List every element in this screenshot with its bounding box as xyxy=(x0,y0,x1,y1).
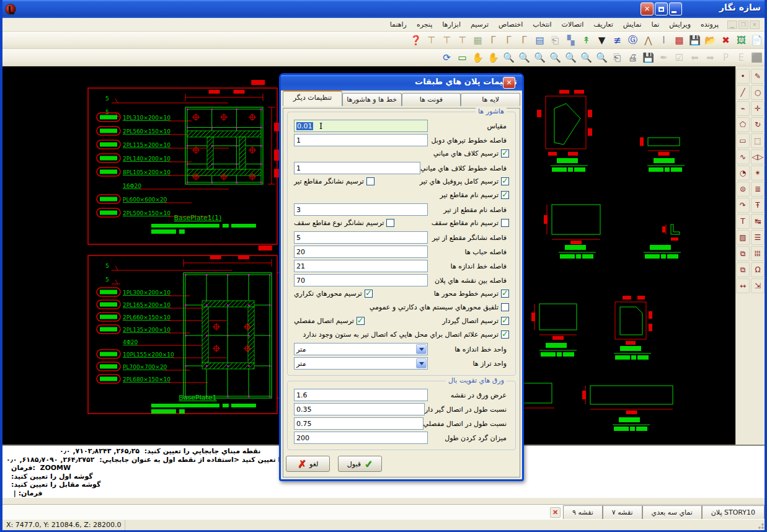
menu-item[interactable]: انتخاب xyxy=(528,19,556,30)
text-icon[interactable]: T xyxy=(736,214,750,229)
tab-layers[interactable]: لايه ها xyxy=(461,93,520,106)
mdi-restore-icon[interactable]: ❐ xyxy=(738,20,748,29)
zoom-pan-icon[interactable]: ↹ xyxy=(751,214,765,229)
pinned-length-ratio-input[interactable]: 0.75 xyxy=(294,417,423,430)
menu-item[interactable]: ابزارها xyxy=(437,19,466,30)
corner-icon[interactable]: Γ xyxy=(485,33,501,48)
building-check-icon[interactable]: ▤ xyxy=(532,33,548,48)
zoom-extents-icon[interactable]: 🔍 xyxy=(579,50,594,65)
bubble-distance-input[interactable]: 20 xyxy=(294,246,428,258)
hatch-spray-icon[interactable]: ✴ xyxy=(751,166,765,180)
palette-arrow-icon[interactable]: ▩ xyxy=(672,33,687,48)
menu-item[interactable]: نما xyxy=(647,19,665,30)
chevron-down-icon[interactable] xyxy=(416,358,427,368)
mirror-icon[interactable]: ◁▷ xyxy=(751,149,765,164)
draw-fixed-connection-checkbox[interactable] xyxy=(501,317,509,325)
star-burst-icon[interactable]: ✖ xyxy=(718,33,734,48)
tab-lines-hatches[interactable]: خط ها و هاشورها xyxy=(342,93,402,106)
merge-axes-checkbox[interactable] xyxy=(501,303,509,311)
menu-item[interactable]: ترسيم xyxy=(466,19,494,30)
spline-icon[interactable]: ∿ xyxy=(736,149,750,164)
chevron-down-icon[interactable] xyxy=(416,344,427,354)
image-export-icon[interactable]: 🖼 xyxy=(734,33,749,48)
close-button[interactable]: ✕ xyxy=(641,2,654,16)
columns-icon[interactable]: 𝍖 xyxy=(751,246,765,261)
grid-circle-icon[interactable]: Ⓖ xyxy=(625,33,641,48)
blocks-arrow-icon[interactable]: ▚ xyxy=(563,33,579,48)
draw-connection-symbols-checkbox[interactable] xyxy=(501,330,509,339)
doc-tab[interactable]: نقشه ۹ xyxy=(563,505,603,519)
draw-full-profiles-checkbox[interactable] xyxy=(501,177,509,185)
mdi-minimize-icon[interactable]: ▁ xyxy=(727,20,737,29)
menu-item[interactable]: نمايش xyxy=(618,19,647,30)
tab-fonts[interactable]: فونت ها xyxy=(402,93,461,106)
pan-hand-icon[interactable]: ✋ xyxy=(485,50,501,65)
axis-100-icon[interactable]: ≢ xyxy=(610,33,625,48)
quill-icon[interactable]: ✒ xyxy=(656,50,672,65)
print-preview-icon[interactable]: ⎗ xyxy=(610,50,625,65)
print-icon[interactable]: 🖨 xyxy=(625,50,641,65)
dialog-close-button[interactable]: ✕ xyxy=(503,77,515,89)
zoom-icon[interactable]: 🔍 xyxy=(594,50,610,65)
plate-width-input[interactable]: 1.6 xyxy=(294,389,428,401)
dim-diagonal-icon[interactable]: ⇲ xyxy=(751,278,765,293)
rectangle-icon[interactable]: ▭ xyxy=(736,133,750,148)
help-icon[interactable]: ❓ xyxy=(408,33,423,48)
line-icon[interactable]: ╱ xyxy=(736,85,750,100)
weight-icon[interactable]: ▼ xyxy=(594,33,610,48)
level-unit-select[interactable]: متر xyxy=(294,357,428,370)
plan-spacing-input[interactable]: 70 xyxy=(294,274,428,286)
maximize-button[interactable] xyxy=(655,2,668,16)
zoom-in-icon[interactable]: 🔍 xyxy=(563,50,579,65)
letter-p-icon[interactable]: P xyxy=(718,50,734,65)
beam-check-icon[interactable]: ⊤ xyxy=(439,33,454,48)
new-page-icon[interactable]: 📄 xyxy=(749,33,765,48)
polyline-icon[interactable]: ⌁ xyxy=(736,101,750,116)
marker-distance-input[interactable]: 5 xyxy=(294,231,428,244)
text-style-icon[interactable]: Ŧ xyxy=(751,198,765,213)
arrow-right-icon[interactable]: ➡ xyxy=(703,50,718,65)
truss-icon[interactable]: ⋀ xyxy=(641,33,656,48)
dimension-line-distance-input[interactable]: 21 xyxy=(294,260,428,272)
ellipse-icon[interactable]: ⊜ xyxy=(736,182,750,197)
draw-deck-type-marker-checkbox[interactable] xyxy=(386,219,394,227)
menu-item[interactable]: اختصاص xyxy=(494,19,528,30)
scroll-icon[interactable]: ⎗ xyxy=(548,33,563,48)
move-icon[interactable]: ✛ xyxy=(751,101,765,116)
letter-e-icon[interactable]: E xyxy=(734,50,749,65)
length-rounding-input[interactable]: 200 xyxy=(294,432,428,444)
dim-linear-icon[interactable]: ↔ xyxy=(736,278,750,293)
menu-item[interactable]: تعاريف xyxy=(588,19,618,30)
polygon-icon[interactable]: ⬠ xyxy=(736,117,750,132)
layers-icon[interactable]: ≣ xyxy=(751,182,765,197)
grid-plate-icon[interactable]: ▦ xyxy=(470,33,485,48)
minimize-button[interactable] xyxy=(669,2,682,16)
pin-arrow-icon[interactable]: ↟ xyxy=(579,33,594,48)
draw-middle-ties-checkbox[interactable] xyxy=(501,149,509,157)
section-name-distance-input[interactable]: 3 xyxy=(294,203,428,216)
menu-item[interactable]: اتصالات xyxy=(557,19,589,30)
fixed-length-ratio-input[interactable]: 0.35 xyxy=(294,403,425,415)
close-tab-button[interactable]: ✕ xyxy=(550,507,561,518)
refresh-icon[interactable]: ⟳ xyxy=(439,50,454,65)
beam-icon[interactable]: ⊤ xyxy=(423,33,439,48)
doc-tab[interactable]: نقشه ۷ xyxy=(603,505,642,519)
menu-item[interactable]: پرونده xyxy=(696,19,724,30)
point-icon[interactable]: • xyxy=(736,69,750,84)
zoom-realtime-icon[interactable]: 🔍 xyxy=(517,50,532,65)
cube-icon[interactable]: ⬛ xyxy=(749,50,765,65)
tie-line-gap-input[interactable]: 1 xyxy=(294,162,420,174)
draw-beam-section-names-checkbox[interactable] xyxy=(501,191,509,199)
draw-beam-section-marker-checkbox[interactable] xyxy=(366,177,375,185)
command-prompt-line[interactable]: فرمان: | xyxy=(6,489,761,498)
zoom-window-icon[interactable]: 🔍 xyxy=(532,50,548,65)
double-beam-gap-input[interactable]: 1 xyxy=(294,134,428,146)
circle-radius-icon[interactable]: ◔ xyxy=(736,166,750,180)
draw-repeated-axes-checkbox[interactable] xyxy=(365,290,373,298)
ibeam-icon[interactable]: Ι xyxy=(656,33,672,48)
arrow-left-icon[interactable]: ⬅ xyxy=(687,50,703,65)
menu-item[interactable]: ويرايش xyxy=(664,19,696,30)
draw-deck-section-names-checkbox[interactable] xyxy=(501,219,509,227)
copy-icon[interactable]: ⧉ xyxy=(736,246,750,261)
pan-page-icon[interactable]: ✋ xyxy=(470,50,485,65)
